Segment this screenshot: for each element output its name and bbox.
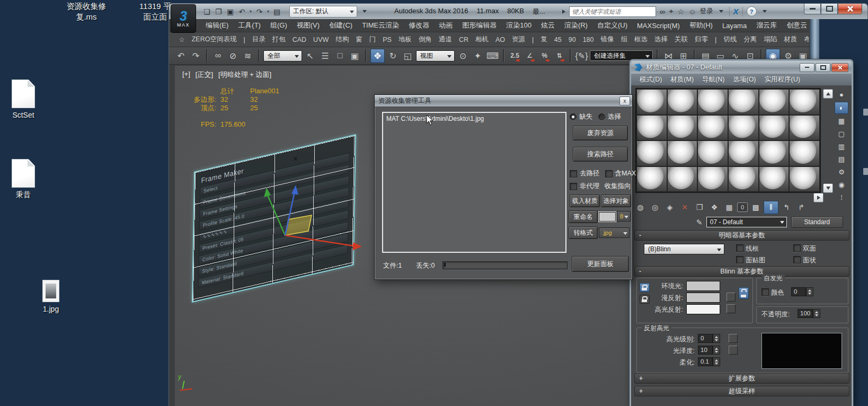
material-type-button[interactable]: Standard bbox=[791, 216, 843, 228]
menu-item[interactable]: 渲染(R) bbox=[560, 21, 592, 30]
menu-item[interactable]: 图形编辑器 bbox=[457, 21, 501, 30]
toolbar-separator[interactable] bbox=[365, 49, 367, 62]
menu-item[interactable]: 溜云库 bbox=[751, 21, 782, 30]
undo-dropdown-icon[interactable]: ▾ bbox=[249, 6, 253, 17]
select-and-manipulate-icon[interactable]: ✦ bbox=[471, 49, 484, 63]
material-sample-slot[interactable] bbox=[637, 141, 667, 166]
spinner-arrows-icon[interactable] bbox=[713, 346, 720, 355]
material-sample-slot[interactable] bbox=[637, 90, 667, 114]
plugin-toolbar-item[interactable]: 选择 bbox=[651, 35, 671, 44]
material-sample-slot[interactable] bbox=[759, 116, 789, 140]
redo-icon[interactable]: ↷ bbox=[189, 49, 202, 63]
desktop-icon-1jpg[interactable]: 1.jpg bbox=[31, 280, 71, 313]
make-material-copy-icon[interactable]: ❒ bbox=[693, 201, 706, 214]
plugin-toolbar-item[interactable]: 结构 bbox=[332, 35, 352, 44]
select-and-scale-icon[interactable]: ◱ bbox=[401, 49, 414, 63]
material-sample-slot[interactable] bbox=[790, 90, 819, 114]
plugin-toolbar-item[interactable]: 180 bbox=[579, 36, 597, 43]
extended-params-rollout[interactable]: + 扩展参数 bbox=[634, 373, 849, 384]
go-to-parent-icon[interactable]: ↰ bbox=[780, 201, 793, 214]
percent-snap-icon[interactable]: % bbox=[538, 49, 551, 63]
side-lock-icon[interactable] bbox=[739, 287, 749, 299]
convert-format-button[interactable]: 转格式 bbox=[569, 226, 598, 239]
new-scene-icon[interactable]: ❏ bbox=[202, 6, 212, 17]
glossiness-value[interactable]: 10 bbox=[698, 346, 713, 355]
plugin-toolbar-item[interactable]: 地板 bbox=[395, 35, 415, 44]
gizmo-x-axis[interactable] bbox=[285, 235, 354, 246]
search-expander-icon[interactable] bbox=[562, 10, 565, 14]
material-sample-slot[interactable] bbox=[729, 116, 758, 140]
self-illum-value[interactable]: 0 bbox=[791, 287, 806, 296]
plugin-toolbar-item[interactable]: | bbox=[712, 36, 720, 43]
menu-item[interactable]: 材质(M) bbox=[666, 75, 698, 84]
gizmo-y-axis[interactable] bbox=[267, 194, 285, 235]
update-panel-button[interactable]: 更新面板 bbox=[572, 256, 629, 272]
ambient-color-swatch[interactable] bbox=[686, 281, 720, 291]
maximize-button[interactable] bbox=[816, 63, 830, 72]
reset-map-icon[interactable]: ✕ bbox=[678, 201, 692, 214]
material-sample-slot[interactable] bbox=[668, 90, 697, 114]
pick-material-eyedropper-icon[interactable]: ✐ bbox=[695, 219, 703, 225]
plugin-toolbar-item[interactable]: 分离 bbox=[740, 35, 760, 44]
menu-item[interactable]: Layama bbox=[718, 22, 751, 30]
material-sample-slot[interactable] bbox=[790, 116, 819, 140]
reference-coordinate-combo[interactable]: 视图 bbox=[416, 50, 455, 61]
dialog-close-button[interactable]: x bbox=[619, 96, 630, 105]
snaps-toggle-icon[interactable]: 2.5 bbox=[508, 49, 521, 63]
material-id-channel-icon[interactable]: 0 bbox=[737, 202, 748, 212]
glossiness-map-button[interactable] bbox=[729, 346, 738, 355]
wire-checkbox[interactable] bbox=[736, 244, 743, 252]
search-input[interactable] bbox=[569, 6, 656, 17]
favorites-star-icon[interactable]: ☆ bbox=[678, 7, 685, 16]
minimize-button[interactable] bbox=[800, 63, 814, 72]
non-proxy-checkbox[interactable] bbox=[570, 183, 577, 190]
material-sample-slot[interactable] bbox=[637, 116, 667, 140]
sample-type-icon[interactable]: ● bbox=[835, 89, 848, 100]
two-sided-checkbox[interactable] bbox=[793, 244, 801, 252]
project-folder-icon[interactable]: ▤ bbox=[272, 6, 282, 17]
menu-item[interactable]: 创建(C) bbox=[324, 21, 357, 30]
plugin-toolbar-item[interactable]: 45 bbox=[551, 36, 565, 43]
material-name-combo[interactable]: 07 - Default bbox=[706, 217, 787, 227]
plugin-toolbar-item[interactable]: 倒角 bbox=[415, 35, 435, 44]
plugin-toolbar-item[interactable]: 复 bbox=[537, 35, 551, 44]
plugin-toolbar-item[interactable]: 相机 bbox=[472, 35, 492, 44]
desktop-label-script[interactable]: 资源收集修 复.ms bbox=[47, 1, 126, 22]
menu-item[interactable]: 修改器 bbox=[404, 21, 434, 30]
toolbar-separator[interactable] bbox=[206, 49, 208, 62]
missing-radio[interactable] bbox=[570, 113, 577, 120]
diffuse-specular-lock-icon[interactable] bbox=[640, 295, 650, 304]
material-sample-slot[interactable] bbox=[790, 141, 819, 166]
maximize-button[interactable] bbox=[821, 4, 838, 14]
plugin-toolbar-item[interactable]: 塌陷 bbox=[760, 35, 781, 44]
undo-icon[interactable]: ↶ bbox=[237, 6, 247, 17]
keyboard-shortcut-override-icon[interactable]: ⌨ bbox=[486, 49, 499, 63]
plugin-toolbar-item[interactable]: UVW bbox=[310, 36, 332, 43]
plugin-toolbar-item[interactable]: AO bbox=[492, 36, 509, 43]
toolbar-separator[interactable] bbox=[570, 49, 571, 62]
spinner-arrows-icon[interactable] bbox=[713, 334, 720, 343]
menu-item[interactable]: 工具(T) bbox=[233, 21, 265, 30]
angle-snap-icon[interactable]: ∠ bbox=[523, 49, 536, 63]
menu-item[interactable]: 炫云 bbox=[536, 21, 560, 30]
menu-item[interactable]: TIME云渲染 bbox=[357, 21, 404, 30]
redo-icon[interactable]: ↷ bbox=[254, 6, 264, 17]
selected-radio[interactable] bbox=[598, 113, 605, 120]
material-sample-slot[interactable] bbox=[759, 167, 789, 192]
include-max-checkbox[interactable] bbox=[605, 170, 613, 178]
sign-in-user-icon[interactable]: ☺ bbox=[688, 7, 696, 16]
use-pivot-point-center-icon[interactable]: ⊙ bbox=[456, 49, 470, 63]
supersampling-rollout[interactable]: + 超级采样 bbox=[634, 386, 849, 396]
diffuse-color-swatch[interactable] bbox=[686, 293, 720, 303]
self-illum-color-checkbox[interactable] bbox=[761, 288, 769, 296]
backlight-icon[interactable]: ◐ bbox=[835, 102, 848, 114]
faceted-checkbox[interactable] bbox=[793, 256, 801, 263]
diffuse-map-button[interactable] bbox=[727, 293, 736, 302]
palette-scroll-up-icon[interactable] bbox=[823, 89, 833, 99]
material-editor-titlebar[interactable]: 材质编辑器 - 07 - Default bbox=[631, 61, 852, 74]
menu-item[interactable]: 实用程序(U) bbox=[760, 75, 804, 84]
material-sample-slot[interactable] bbox=[729, 90, 758, 114]
strip-path-checkbox[interactable] bbox=[570, 170, 577, 178]
material-sample-slot[interactable] bbox=[790, 167, 819, 192]
dialog-titlebar[interactable]: 资源收集管理工具 bbox=[375, 95, 632, 107]
